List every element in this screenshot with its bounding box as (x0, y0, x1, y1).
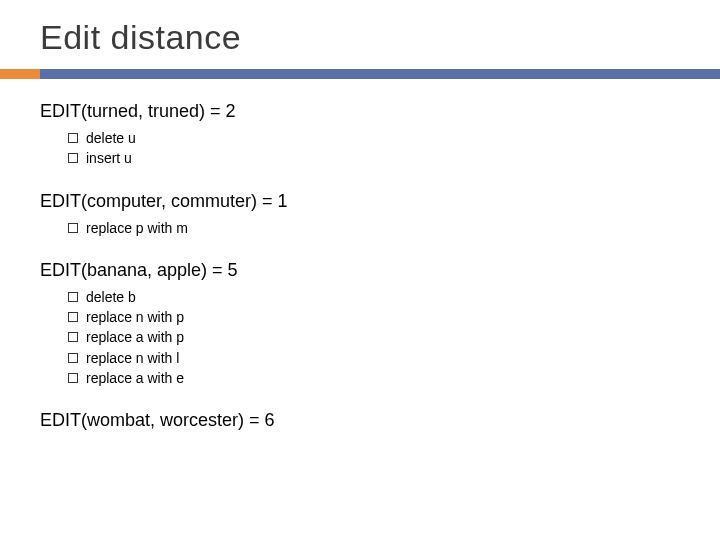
slide-content: Edit distance EDIT(turned, truned) = 2 d… (0, 0, 720, 457)
list-item: replace p with m (68, 218, 692, 238)
block-heading: EDIT(turned, truned) = 2 (40, 101, 692, 122)
edit-block: EDIT(banana, apple) = 5 delete b replace… (40, 260, 692, 388)
block-heading: EDIT(wombat, worcester) = 6 (40, 410, 692, 431)
list-item: replace n with p (68, 307, 692, 327)
accent-divider (0, 69, 720, 79)
list-item: replace a with p (68, 327, 692, 347)
block-list: replace p with m (40, 218, 692, 238)
accent-orange-segment (0, 69, 40, 79)
block-heading: EDIT(banana, apple) = 5 (40, 260, 692, 281)
accent-blue-segment (40, 69, 720, 79)
block-heading: EDIT(computer, commuter) = 1 (40, 191, 692, 212)
edit-block: EDIT(wombat, worcester) = 6 (40, 410, 692, 431)
list-item: delete b (68, 287, 692, 307)
block-list: delete u insert u (40, 128, 692, 169)
list-item: replace n with l (68, 348, 692, 368)
list-item: delete u (68, 128, 692, 148)
edit-block: EDIT(computer, commuter) = 1 replace p w… (40, 191, 692, 238)
block-list: delete b replace n with p replace a with… (40, 287, 692, 388)
slide-title: Edit distance (40, 18, 692, 57)
list-item: insert u (68, 148, 692, 168)
edit-block: EDIT(turned, truned) = 2 delete u insert… (40, 101, 692, 169)
list-item: replace a with e (68, 368, 692, 388)
